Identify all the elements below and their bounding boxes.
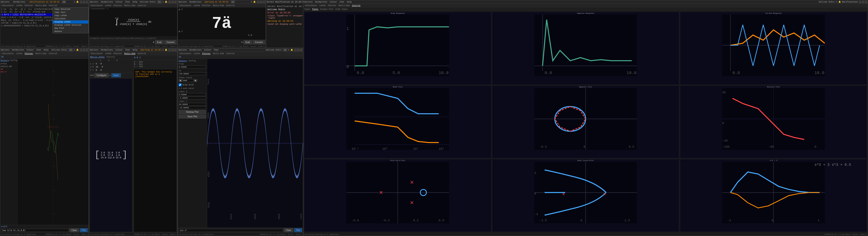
eval-btn-2[interactable]: Eval [155, 40, 163, 44]
tab-latex-3[interactable]: LaTeX [193, 4, 200, 7]
history-tab-6[interactable]: History [106, 56, 115, 58]
sub-tab-single-8[interactable]: Single Plot [320, 8, 334, 10]
maximize-btn-8[interactable]: □ [862, 1, 864, 3]
maximize-btn-5[interactable]: □ [83, 49, 85, 51]
menu-chat-5[interactable]: Chat [36, 49, 41, 51]
tab-multidim-3[interactable]: Multi-Dim [212, 4, 225, 7]
tab-control-3[interactable]: Control [225, 4, 236, 7]
menu-help-6[interactable]: Help [132, 49, 137, 51]
menu-devoptions-7[interactable]: DevOptions [189, 49, 202, 51]
maximize-btn-2[interactable]: □ [172, 1, 174, 3]
ctx-delete[interactable]: Delete [53, 30, 88, 33]
maximize-btn-1[interactable]: □ [83, 1, 85, 3]
menu-options-8[interactable]: Options [304, 1, 313, 3]
input-field-5[interactable] [1, 229, 68, 232]
tab-control-1[interactable]: Control [48, 4, 58, 7]
close-btn-5[interactable]: ✕ [86, 49, 88, 51]
menu-devoptions-5[interactable]: DevOptions [12, 49, 24, 51]
tab-plotter-1[interactable]: Plotter [24, 4, 34, 7]
tab-multidim-2[interactable]: Multi-Dim [124, 4, 136, 7]
menu-options-3[interactable]: Options [178, 1, 187, 3]
save-plot-btn-7[interactable]: Save Plot [179, 114, 206, 119]
from-input-7[interactable] [179, 65, 206, 69]
tab-latex-1[interactable]: LaTeX [16, 4, 23, 7]
tab-calculator-1[interactable]: Calculator [1, 4, 15, 7]
menu-colour-6[interactable]: Colour [115, 49, 123, 51]
menu-devoptions-1[interactable]: DevOptions [13, 1, 25, 3]
menu-chat-7[interactable]: Chat [214, 49, 219, 51]
limit-y-input-7[interactable] [179, 103, 206, 106]
config-tab-5[interactable]: Config [10, 59, 18, 61]
tab-control-6[interactable]: Control [137, 53, 147, 55]
menu-devoptions-2[interactable]: DevOptions [101, 1, 113, 3]
menu-colour-5[interactable]: Colour [27, 49, 34, 51]
close-btn-8[interactable]: ✕ [865, 1, 867, 3]
maximize-btn-6[interactable]: □ [172, 49, 174, 51]
configure-btn-6[interactable]: Configure [94, 73, 108, 77]
ctx-new-plot[interactable]: New Plot [53, 27, 88, 30]
save-btn-6[interactable]: Save [112, 73, 121, 77]
limit-x-input-7[interactable] [179, 93, 206, 96]
menu-chat-8[interactable]: Chat [340, 1, 345, 3]
menu-chat-6[interactable]: Chat [125, 49, 130, 51]
ctx-display-latex[interactable]: Display LaTeX [53, 20, 88, 24]
minimize-btn-1[interactable]: _ [80, 1, 82, 3]
history-tab-5[interactable]: History [1, 59, 9, 61]
tab-multidim-7[interactable]: Multi-Dim [212, 53, 225, 55]
minimize-btn-6[interactable]: _ [168, 49, 171, 51]
menu-devoptions-6[interactable]: DevOptions [101, 49, 113, 51]
menu-options-2[interactable]: Options [90, 1, 98, 3]
menu-devoptions-8[interactable]: DevOptions [315, 1, 328, 3]
minimize-btn-2[interactable]: _ [168, 1, 171, 3]
tab-multidim-8[interactable]: Multi-Dim [338, 4, 350, 7]
sub-tab-code-8[interactable]: Code Input [335, 8, 347, 10]
matrix-input-tab[interactable]: Matrix Input [90, 56, 105, 58]
tab-plotter-7[interactable]: Plotter [202, 53, 211, 55]
tab-control-8[interactable]: Control [351, 4, 361, 7]
config-tab-7[interactable]: Config [189, 60, 196, 62]
steps-dec-7[interactable]: ◀ [179, 79, 182, 82]
tab-plotter-2[interactable]: Plotter [113, 4, 123, 7]
tab-calculator-2[interactable]: Calculator [90, 4, 103, 7]
minimize-btn-7[interactable]: _ [294, 49, 297, 51]
menu-chat-2[interactable]: Chat [125, 1, 130, 3]
ctx-display-latex-sol[interactable]: Display LaTeX Solution [53, 24, 88, 27]
tab-plotter-6[interactable]: Plotter [113, 53, 123, 55]
draw-grid-check-7[interactable] [179, 83, 182, 86]
menu-options-6[interactable]: Options [90, 49, 98, 51]
menu-help-5[interactable]: Help [44, 49, 49, 51]
tab-latex-7[interactable]: LaTeX [193, 53, 200, 55]
maximize-btn-3[interactable]: □ [260, 1, 262, 3]
to-input-7[interactable] [179, 72, 206, 75]
tab-latex-2[interactable]: LaTeX [104, 4, 112, 7]
close-btn-3[interactable]: ✕ [263, 1, 265, 3]
menu-options-7[interactable]: Options [178, 49, 187, 51]
close-btn-6[interactable]: ✕ [174, 49, 177, 51]
plot-btn-5[interactable]: Plot [80, 228, 88, 232]
minimize-btn-3[interactable]: _ [257, 1, 259, 3]
tab-plotter-3[interactable]: Plotter [202, 4, 211, 7]
maximize-btn-7[interactable]: □ [297, 49, 299, 51]
menu-colour-8[interactable]: Colour [330, 1, 337, 3]
redraw-btn-7[interactable]: Redraw Plot [179, 110, 206, 114]
tab-calculator-8[interactable]: Calculator [304, 4, 318, 7]
tab-multidim-5[interactable]: Multi-Dim [35, 53, 47, 55]
menu-options-5[interactable]: Options [1, 49, 9, 51]
convert-btn-2[interactable]: Convert [164, 40, 176, 44]
limit-y2-input-7[interactable] [179, 106, 206, 109]
close-btn-2[interactable]: ✕ [174, 1, 177, 3]
menu-help-2[interactable]: Help [132, 1, 137, 3]
minimize-btn-5[interactable]: _ [80, 49, 82, 51]
tab-control-7[interactable]: Control [225, 53, 236, 55]
history-item-1-5[interactable]: x^3/2 [1, 63, 17, 65]
limit-x2-input-7[interactable] [179, 97, 206, 99]
close-btn-7[interactable]: ✕ [300, 49, 302, 51]
tab-multidim-1[interactable]: Multi-Dim [35, 4, 47, 7]
tab-control-2[interactable]: Control [137, 4, 147, 7]
menu-devoptions-3[interactable]: DevOptions [189, 1, 202, 3]
tab-latex-6[interactable]: LaTeX [104, 53, 112, 55]
sub-tab-plots-8[interactable]: Plots [312, 8, 318, 10]
steps-inc-7[interactable]: ▶ [194, 79, 197, 82]
history-item-2-5[interactable]: sin(x):20 [1, 65, 17, 68]
ctx-copy-latex[interactable]: Copy LaTeX [53, 14, 88, 17]
